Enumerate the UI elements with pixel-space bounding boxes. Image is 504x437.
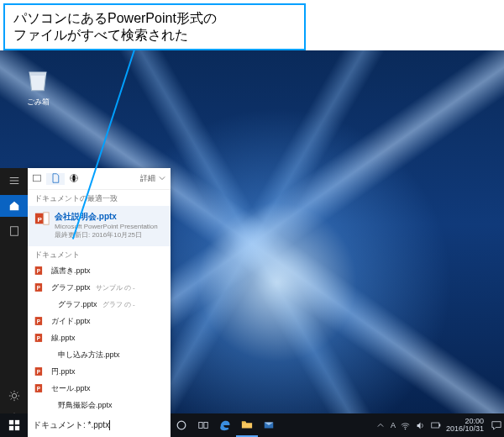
result-name: ガイド.pptx bbox=[51, 316, 91, 327]
svg-rect-30 bbox=[204, 423, 207, 429]
annotation-callout: パソコンにあるPowerPoint形式のファイルがすべて検索された bbox=[3, 3, 306, 50]
system-tray: A 20:00 2016/10/31 bbox=[375, 418, 489, 433]
result-item[interactable]: P円.pptx bbox=[28, 363, 171, 380]
svg-rect-25 bbox=[14, 420, 18, 424]
chevron-up-icon[interactable] bbox=[375, 420, 386, 430]
annotation-text: パソコンにあるPowerPoint形式のファイルがすべて検索された bbox=[13, 10, 296, 44]
hamburger-icon[interactable] bbox=[7, 173, 22, 188]
apps-icon[interactable] bbox=[7, 224, 22, 239]
svg-text:P: P bbox=[37, 369, 40, 375]
svg-rect-27 bbox=[14, 426, 18, 430]
svg-point-28 bbox=[177, 421, 186, 429]
powerpoint-icon: P bbox=[34, 366, 46, 377]
result-name: グラフ.pptx bbox=[51, 282, 91, 293]
powerpoint-icon: P bbox=[34, 332, 46, 344]
recycle-bin-label: ごみ箱 bbox=[18, 97, 57, 108]
start-rail bbox=[0, 168, 28, 437]
svg-text:P: P bbox=[37, 319, 40, 324]
svg-rect-34 bbox=[439, 424, 441, 427]
clock-date[interactable]: 2016/10/31 bbox=[446, 425, 484, 433]
result-item[interactable]: Pグラフ.pptxサンプル の - bbox=[28, 279, 171, 296]
svg-rect-0 bbox=[10, 227, 18, 236]
scope-web-icon[interactable] bbox=[65, 173, 83, 185]
best-match-name: 会社説明会.pptx bbox=[55, 211, 158, 223]
svg-rect-7 bbox=[44, 213, 49, 224]
results-list: P議書き.pptxPグラフ.pptxサンプル の -グラフ.pptxグラフ の … bbox=[28, 262, 171, 437]
scope-all-icon[interactable] bbox=[28, 173, 46, 185]
result-name: 野鳥撮影会.pptx bbox=[58, 400, 113, 411]
result-suffix: グラフ の - bbox=[102, 300, 135, 309]
powerpoint-icon bbox=[46, 349, 53, 361]
start-button[interactable] bbox=[0, 413, 28, 437]
search-input-value: ドキュメント: *.pptx bbox=[33, 419, 109, 431]
scope-documents-icon[interactable] bbox=[46, 173, 65, 185]
svg-rect-24 bbox=[8, 420, 13, 424]
mail-icon[interactable] bbox=[258, 413, 280, 437]
section-best-match: ドキュメントの最適一致 bbox=[28, 190, 171, 206]
svg-text:P: P bbox=[37, 285, 40, 291]
search-scope-row: 詳細 bbox=[28, 168, 171, 190]
desktop[interactable]: ごみ箱 詳細 ドキュメントの最適一致 P 会社説明会.pptx Micros bbox=[0, 50, 504, 437]
svg-text:P: P bbox=[37, 268, 40, 274]
cortana-icon[interactable] bbox=[171, 413, 192, 437]
best-match-date: 最終更新日: 2016年10月25日 bbox=[55, 230, 158, 240]
action-center-icon[interactable] bbox=[489, 413, 504, 437]
gear-icon[interactable] bbox=[7, 388, 22, 403]
svg-text:P: P bbox=[37, 335, 40, 341]
svg-point-1 bbox=[12, 393, 16, 398]
result-name: 申し込み方法.pptx bbox=[58, 350, 120, 361]
detail-label[interactable]: 詳細 bbox=[140, 173, 159, 184]
section-documents: ドキュメント bbox=[28, 246, 171, 262]
powerpoint-icon: P bbox=[34, 315, 46, 327]
powerpoint-icon: P bbox=[34, 282, 46, 293]
result-name: セール.pptx bbox=[51, 383, 91, 394]
svg-text:P: P bbox=[37, 386, 40, 392]
result-name: 円.pptx bbox=[51, 366, 76, 377]
svg-rect-3 bbox=[34, 175, 41, 182]
powerpoint-icon: P bbox=[34, 382, 46, 394]
ime-indicator[interactable]: A bbox=[391, 421, 396, 429]
task-view-icon[interactable] bbox=[192, 413, 214, 437]
wifi-icon[interactable] bbox=[401, 420, 411, 430]
svg-point-32 bbox=[405, 428, 407, 429]
recycle-bin-icon bbox=[24, 66, 52, 94]
home-icon[interactable] bbox=[0, 195, 28, 217]
result-item[interactable]: グラフ.pptxグラフ の - bbox=[28, 296, 171, 313]
powerpoint-icon: P bbox=[34, 265, 46, 276]
text-caret bbox=[109, 420, 110, 430]
taskbar: ドキュメント: *.pptx A 20:00 2016/10/31 bbox=[0, 413, 504, 437]
result-item[interactable]: P議書き.pptx bbox=[28, 262, 171, 279]
recycle-bin[interactable]: ごみ箱 bbox=[18, 66, 57, 108]
speaker-icon[interactable] bbox=[416, 420, 426, 430]
result-item[interactable]: P線.pptx bbox=[28, 329, 171, 346]
result-name: 議書き.pptx bbox=[51, 266, 91, 276]
battery-icon[interactable] bbox=[431, 420, 441, 430]
best-match-item[interactable]: P 会社説明会.pptx Microsoft PowerPoint Presen… bbox=[28, 206, 171, 246]
result-suffix: サンプル の - bbox=[96, 283, 135, 292]
svg-text:P: P bbox=[38, 216, 43, 224]
svg-rect-26 bbox=[8, 426, 13, 430]
svg-rect-33 bbox=[432, 423, 439, 428]
result-item[interactable]: Pセール.pptx bbox=[28, 380, 171, 397]
result-item[interactable]: 野鳥撮影会.pptx bbox=[28, 397, 171, 413]
result-name: 線.pptx bbox=[51, 333, 76, 344]
result-name: グラフ.pptx bbox=[58, 299, 97, 310]
search-results-panel: 詳細 ドキュメントの最適一致 P 会社説明会.pptx Microsoft Po… bbox=[28, 168, 171, 437]
powerpoint-icon bbox=[46, 298, 53, 310]
file-explorer-icon[interactable] bbox=[236, 413, 258, 437]
svg-rect-29 bbox=[199, 423, 202, 429]
best-match-sub: Microsoft PowerPoint Presentation bbox=[55, 223, 158, 230]
powerpoint-icon: P bbox=[34, 211, 50, 226]
result-item[interactable]: Pガイド.pptx bbox=[28, 313, 171, 329]
chevron-drop-icon[interactable] bbox=[159, 174, 171, 183]
search-box[interactable]: ドキュメント: *.pptx bbox=[28, 413, 171, 437]
edge-icon[interactable] bbox=[214, 413, 236, 437]
powerpoint-icon bbox=[46, 399, 53, 411]
result-item[interactable]: 申し込み方法.pptx bbox=[28, 346, 171, 363]
